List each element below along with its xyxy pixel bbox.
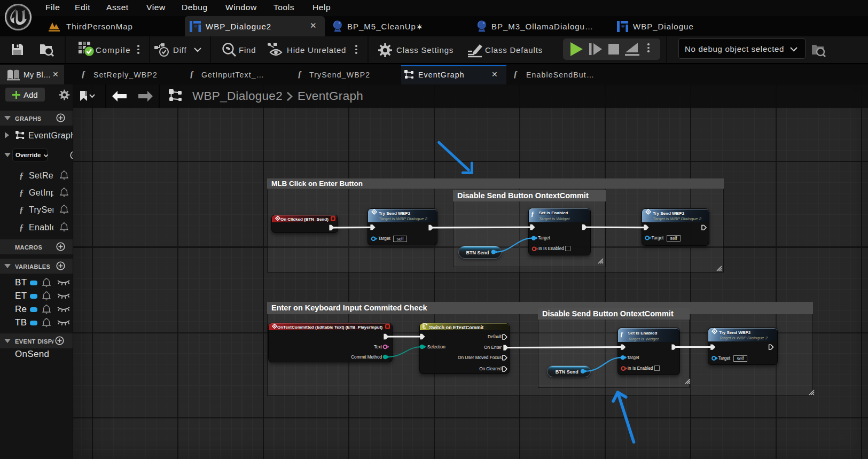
svg-text:ƒ: ƒ bbox=[620, 330, 623, 338]
svg-text:ƒ: ƒ bbox=[531, 210, 534, 217]
